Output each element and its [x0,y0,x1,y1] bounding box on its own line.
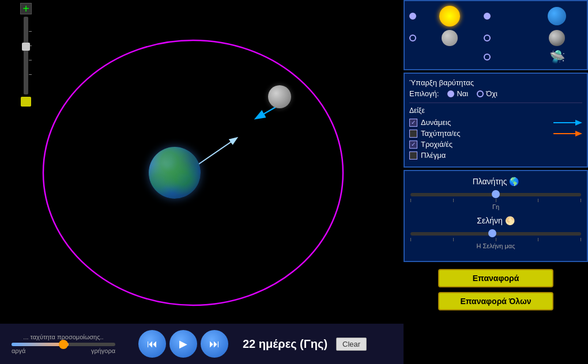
grid-label: Πλέγμα [421,151,582,160]
playback-controls: ⏮ ▶ ⏭ [138,330,228,358]
gravity-section: Ύπαρξη βαρύτητας Επιλογή: Ναι Όχι [409,78,582,98]
zoom-plus-button[interactable]: + [20,3,32,14]
gravity-label-prefix: Επιλογή: [409,89,439,98]
planet-label: Πλανήτης 🌎 [410,177,581,186]
gravity-no-radio[interactable] [477,90,484,97]
moon-phase-icon[interactable] [549,30,565,46]
zoom-indicator [21,97,31,107]
gravity-no-option[interactable]: Όχι [477,89,497,98]
body-radio-station[interactable] [484,54,491,60]
moon-slider-container: Η Σελήνη μας [410,232,581,249]
planet-ticks [410,199,581,202]
clear-button[interactable]: Clear [336,338,367,351]
forces-row: Δυνάμεις [409,118,582,127]
trajectories-label: Τροχιά/ές [421,140,582,149]
speed-slider[interactable] [12,343,115,346]
reset-section: Επαναφορά Επαναφορά Όλων [404,262,588,317]
moon-label: Σελήνη 🌕 [410,216,581,225]
forces-arrow-icon [553,120,582,126]
zoom-thumb[interactable] [22,43,30,51]
planet-slider[interactable] [410,193,581,196]
gravity-yes-radio[interactable] [447,90,454,97]
body-radio-sun[interactable] [409,13,416,20]
reset-button[interactable]: Επαναφορά [438,269,553,287]
planet-section: Πλανήτης 🌎 Γη Σελήνη 🌕 [404,170,588,262]
zoom-slider-container: + [17,3,35,107]
sun-icon[interactable] [439,6,460,26]
moon-slider-thumb[interactable] [488,229,496,237]
earth [149,147,201,199]
moon-satellite [268,85,291,108]
body-radio-earth[interactable] [484,13,491,20]
rewind-button[interactable]: ⏮ [138,330,166,358]
simulation-area: + ... ταχύτητα προσομοίωσης.. αργά γρήγο… [0,0,404,364]
moon-row: Σελήνη 🌕 [410,216,581,225]
step-button[interactable]: ⏭ [201,330,228,358]
reset-all-button[interactable]: Επαναφορά Όλων [438,292,553,310]
body-radio-moon2[interactable] [484,35,491,41]
speed-label-area: ... ταχύτητα προσομοίωσης.. αργά γρήγορα [6,333,121,354]
trajectories-row: Τροχιά/ές [409,140,582,149]
moon-ticks [410,238,581,241]
gravity-yes-option[interactable]: Ναι [447,89,468,98]
grid-row: Πλέγμα [409,151,582,160]
gravity-options: Επιλογή: Ναι Όχι [409,89,582,98]
moon-slider[interactable] [410,232,581,236]
velocities-arrow-icon [553,131,582,136]
speed-thumb[interactable] [59,340,68,349]
body-selector: 🛸 [404,0,588,70]
trajectories-checkbox[interactable] [409,141,417,149]
speed-slow-label: αργά [12,347,25,354]
moon-body-icon[interactable] [442,30,458,46]
right-panel: 🛸 Ύπαρξη βαρύτητας Επιλογή: Ναι Όχι Δείξ… [404,0,588,364]
forces-label: Δυνάμεις [421,118,550,127]
speed-fast-label: γρήγορα [91,347,115,354]
zoom-track[interactable] [24,17,28,94]
earth-body-icon[interactable] [548,7,566,25]
planet-sublabel: Γη [410,203,581,210]
gravity-title: Ύπαρξη βαρύτητας [409,78,582,87]
show-section: Δείξε Δυνάμεις Ταχύτητα/ες Τροχιά/ές Πλέ… [409,103,582,160]
play-button[interactable]: ▶ [169,330,197,358]
forces-checkbox[interactable] [409,119,417,127]
velocities-checkbox[interactable] [409,130,417,138]
orbit-svg [0,0,404,323]
velocities-row: Ταχύτητα/ες [409,129,582,138]
moon-sublabel: Η Σελήνη μας [410,242,581,249]
body-radio-moon1[interactable] [409,35,416,41]
time-display: 22 ημέρες (Γης) [243,338,327,351]
show-title: Δείξε [409,107,582,115]
planet-slider-thumb[interactable] [492,190,500,198]
controls-panel: Ύπαρξη βαρύτητας Επιλογή: Ναι Όχι Δείξε … [404,73,588,168]
planet-slider-container: Γη [410,193,581,210]
space-station-icon[interactable]: 🛸 [549,50,565,65]
grid-checkbox[interactable] [409,151,417,160]
velocities-label: Ταχύτητα/ες [421,129,550,138]
speed-section: ... ταχύτητα προσομοίωσης.. αργά γρήγορα… [0,324,404,364]
planet-row: Πλανήτης 🌎 [410,177,581,186]
